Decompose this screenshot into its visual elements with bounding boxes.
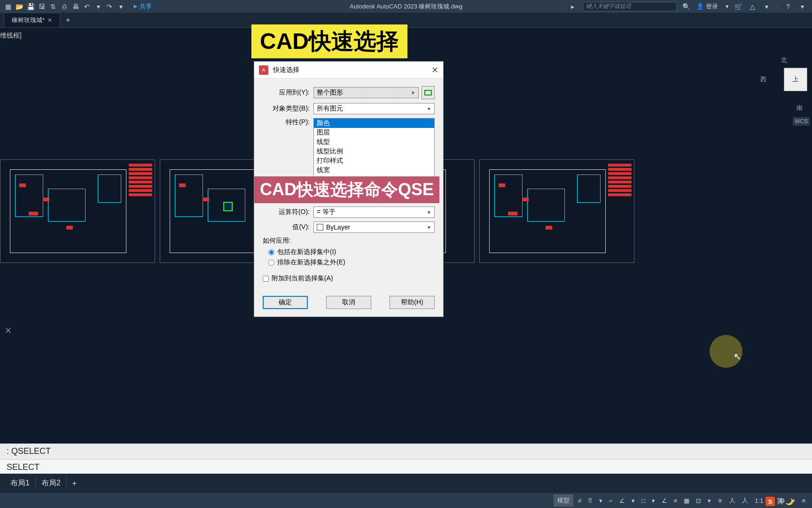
cancel-button[interactable]: 取消 [326,296,371,309]
list-item[interactable]: 打印样式 [314,156,434,166]
help-drop-icon[interactable]: ▾ [798,2,806,11]
ortho-icon[interactable]: ⌐ [607,496,615,505]
drop-icon[interactable]: ▾ [630,496,637,505]
web-icon[interactable]: ⇅ [49,2,57,11]
annotation-icon[interactable]: ⚹ [716,496,725,505]
share-icon: ➤ [133,3,138,10]
help-button[interactable]: 帮助(H) [390,296,435,309]
undo-drop-icon[interactable]: ▾ [94,2,102,11]
viewcube-top[interactable]: 上 [784,68,807,91]
include-radio[interactable]: 包括在新选择集中(I) [263,248,435,256]
osnap-icon[interactable]: □ [640,496,647,505]
operator-select[interactable]: = 等于 ▼ [313,206,435,218]
scale-label[interactable]: 1:1 [753,496,765,505]
list-item[interactable]: 颜色 [314,119,434,128]
viewcube-west[interactable]: 西 [760,75,766,84]
menu-icon[interactable]: ≡ [800,496,807,505]
grid-icon[interactable]: # [576,496,583,505]
search-icon[interactable]: 🔍 [682,2,691,11]
moon-icon[interactable]: 🌙 [785,498,793,505]
viewcube-south[interactable]: 南 [796,104,803,112]
cart-icon[interactable]: 🛒 [734,2,743,11]
app-drop-icon[interactable]: ▾ [763,2,771,11]
app-icon[interactable]: △ [749,2,757,11]
list-item[interactable]: 线型 [314,137,434,147]
close-icon[interactable]: ✕ [431,65,438,75]
tab-active[interactable]: 橡树玫瑰城* ✕ [4,13,60,27]
app-title: Autodesk AutoCAD 2023 橡树玫瑰城.dwg [350,2,462,11]
share-button[interactable]: ➤ 共享 [133,2,152,11]
search-input[interactable]: 键入关键字或短语 [583,2,677,11]
radio-input[interactable] [268,249,274,255]
tutorial-title-banner: CAD快速选择 [251,24,407,58]
transparency-icon[interactable]: ▦ [682,496,691,505]
share-label: 共享 [140,2,152,11]
dialog-buttons: 确定 取消 帮助(H) [254,290,443,317]
ime-indicator[interactable]: S 英 🌙 [765,497,793,506]
object-type-label: 对象类型(B): [263,104,313,113]
tutorial-subtitle-banner: CAD快速选择命令QSE [254,176,439,203]
ok-button[interactable]: 确定 [263,296,308,309]
command-input[interactable]: SELECT [0,459,812,475]
close-mark[interactable]: ✕ [5,325,12,336]
login-drop-icon: ▾ [726,3,729,10]
list-item[interactable]: 线宽 [314,166,434,175]
save-icon[interactable]: 💾 [26,2,35,11]
operator-value: = 等于 [317,208,336,216]
add-layout-button[interactable]: + [67,477,82,490]
print-icon[interactable]: 🖶 [71,2,80,11]
viewcube-north[interactable]: 北 [781,56,787,64]
cycling-icon[interactable]: ⊡ [694,496,703,505]
ime-lang[interactable]: 英 [777,497,783,506]
lineweight-icon[interactable]: ≡ [672,496,679,505]
snap-icon[interactable]: ⠿ [586,496,594,505]
arrow-right-icon[interactable]: ▸ [569,2,577,11]
exclude-radio[interactable]: 排除在新选择集之外(E) [263,258,435,267]
cursor-icon: ↖ [734,351,742,362]
append-checkbox[interactable]: 附加到当前选择集(A) [263,274,435,283]
object-type-select[interactable]: 所有图元 ▼ [313,103,435,114]
new-icon[interactable]: ▦ [4,2,12,11]
redo-drop-icon[interactable]: ▾ [117,2,125,11]
layout-tab[interactable]: 布局1 [5,476,36,490]
radio-input[interactable] [268,260,274,266]
drop-icon[interactable]: ▾ [706,496,713,505]
dialog-titlebar[interactable]: A 快速选择 ✕ [254,62,443,79]
apply-to-select[interactable]: 整个图形 ▼ [313,87,419,98]
viewcube[interactable]: 北 西 上 南 [760,56,807,103]
otrack-icon[interactable]: ∠ [660,496,669,505]
property-label: 特性(P): [263,118,313,127]
polar-icon[interactable]: ∠ [617,496,627,505]
anno-vis-icon[interactable]: 人 [740,495,750,506]
drop-icon[interactable]: ▾ [597,496,604,505]
chevron-down-icon: ▼ [427,225,431,230]
pick-objects-button[interactable] [422,86,435,99]
plot-icon[interactable]: ⎙ [60,2,69,11]
new-tab-button[interactable]: + [60,13,76,27]
checkbox-input[interactable] [263,276,269,282]
visual-style-label[interactable]: 维线框] [0,32,22,40]
saveas-icon[interactable]: 🖫 [38,2,46,11]
help-icon[interactable]: ? [784,2,792,11]
open-icon[interactable]: 📂 [15,2,23,11]
list-item[interactable]: 图层 [314,128,434,137]
sogou-icon[interactable]: S [765,497,775,506]
model-button[interactable]: 模型 [554,494,573,507]
value-value: ByLayer [326,223,350,231]
title-bar: ▦ 📂 💾 🖫 ⇅ ⎙ 🖶 ↶ ▾ ↷ ▾ ➤ 共享 Autodesk Auto… [0,0,812,13]
drop-icon[interactable]: ▾ [650,496,657,505]
command-history: : QSELECT [0,444,812,459]
list-item[interactable]: 线型比例 [314,147,434,156]
login-button[interactable]: 👤 登录 ▾ [696,2,729,11]
layout-tab[interactable]: 布局2 [36,476,67,490]
redo-icon[interactable]: ↷ [105,2,114,11]
layout-tabs-bar: 布局1 布局2 + [0,474,812,493]
value-select[interactable]: ByLayer ▼ [313,222,435,233]
undo-icon[interactable]: ↶ [83,2,91,11]
status-bar: 模型 # ⠿ ▾ ⌐ ∠ ▾ □ ▾ ∠ ≡ ▦ ⊡ ▾ ⚹ 人 人 1:1 ▾… [0,493,812,508]
close-icon[interactable]: ✕ [47,17,52,24]
selection-window [223,202,233,211]
wcs-label[interactable]: WCS [793,117,810,126]
anno-scale-icon[interactable]: 人 [727,495,737,506]
command-line[interactable]: : QSELECT SELECT [0,444,812,474]
